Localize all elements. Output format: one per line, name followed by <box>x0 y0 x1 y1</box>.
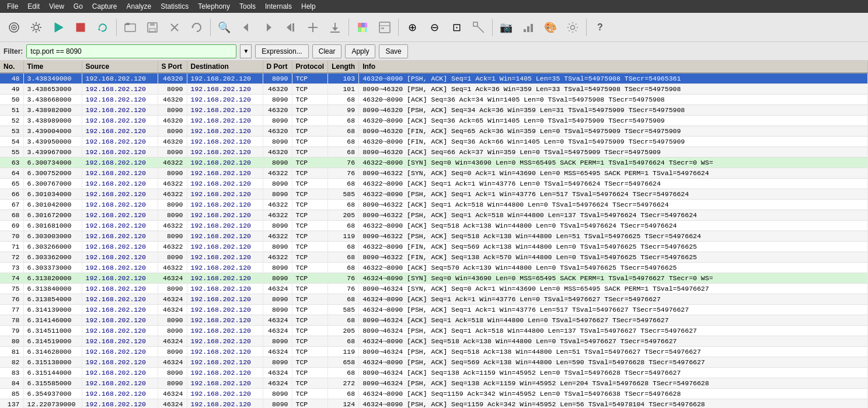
table-row[interactable]: 746.313820000192.168.202.12046324192.168… <box>0 273 868 284</box>
apply-btn[interactable]: Apply <box>345 44 375 58</box>
normal-size-btn[interactable]: ⊡ <box>446 17 467 38</box>
mark-btn[interactable] <box>302 17 323 38</box>
table-row[interactable]: 836.315144000192.168.202.1208090192.168.… <box>0 368 868 378</box>
table-row[interactable]: 826.315138000192.168.202.12046324192.168… <box>0 357 868 368</box>
help-btn[interactable]: ? <box>590 17 611 38</box>
table-row[interactable]: 666.301034000192.168.202.12046322192.168… <box>0 189 868 200</box>
reload-btn[interactable] <box>186 17 207 38</box>
cell-sport: 46324 <box>158 399 187 409</box>
col-no[interactable]: No. <box>0 61 23 73</box>
menu-internals[interactable]: Internals <box>260 1 297 12</box>
options-btn[interactable] <box>26 17 47 38</box>
table-row[interactable]: 786.314146000192.168.202.1208090192.168.… <box>0 315 868 326</box>
table-row[interactable]: 846.315585000192.168.202.1208090192.168.… <box>0 378 868 389</box>
fit-btn[interactable] <box>468 17 489 38</box>
cell-sport: 46322 <box>158 242 187 252</box>
cell-no: 84 <box>0 378 23 389</box>
table-row[interactable]: 513.438982000192.168.202.1208090192.168.… <box>0 105 868 116</box>
menu-file[interactable]: File <box>2 1 23 12</box>
table-row[interactable]: 533.439004000192.168.202.1208090192.168.… <box>0 126 868 137</box>
zoom-in-btn[interactable]: ⊕ <box>402 17 423 38</box>
cell-no: 66 <box>0 189 23 200</box>
menu-help[interactable]: Help <box>297 1 320 12</box>
zoom-out-btn[interactable]: ⊖ <box>424 17 445 38</box>
graph-btn[interactable] <box>518 17 539 38</box>
start-btn[interactable] <box>48 17 69 38</box>
table-row[interactable]: 706.303003000192.168.202.1208090192.168.… <box>0 231 868 242</box>
col-info[interactable]: Info <box>359 61 868 73</box>
menu-edit[interactable]: Edit <box>23 1 44 12</box>
table-row[interactable]: 503.438668000192.168.202.12046320192.168… <box>0 95 868 105</box>
prevmark-btn[interactable] <box>280 17 301 38</box>
table-row[interactable]: 776.314139000192.168.202.12046324192.168… <box>0 305 868 315</box>
table-row[interactable]: 806.314519000192.168.202.12046324192.168… <box>0 336 868 347</box>
col-sport[interactable]: S Port <box>158 61 187 73</box>
table-row[interactable]: 726.303362000192.168.202.1208090192.168.… <box>0 252 868 263</box>
down-btn[interactable] <box>325 17 346 38</box>
cell-sport: 46322 <box>158 189 187 200</box>
expression-btn[interactable]: Expression... <box>255 44 308 58</box>
cell-sport: 8090 <box>158 315 187 326</box>
col-source[interactable]: Source <box>82 61 158 73</box>
filter-dropdown-btn[interactable]: ▼ <box>240 44 252 58</box>
clear-btn[interactable]: Clear <box>312 44 342 58</box>
table-row[interactable]: 523.438989000192.168.202.12046320192.168… <box>0 116 868 126</box>
col-protocol[interactable]: Protocol <box>292 61 328 73</box>
table-row[interactable]: 483.438349000192.168.202.12046320192.168… <box>0 73 868 84</box>
col-time[interactable]: Time <box>23 61 82 73</box>
table-row[interactable]: 716.303266000192.168.202.12046322192.168… <box>0 242 868 252</box>
next-btn[interactable] <box>258 17 279 38</box>
col-destination[interactable]: Destination <box>187 61 263 73</box>
table-row[interactable]: 646.300752000192.168.202.1208090192.168.… <box>0 168 868 179</box>
colorize-btn[interactable] <box>352 17 373 38</box>
col-length[interactable]: Length <box>328 61 359 73</box>
table-row[interactable]: 756.313840000192.168.202.1208090192.168.… <box>0 284 868 294</box>
close-btn[interactable] <box>164 17 185 38</box>
screenshots-btn[interactable]: 📷 <box>496 17 517 38</box>
table-row[interactable]: 636.300734000192.168.202.12046322192.168… <box>0 158 868 168</box>
table-row[interactable]: 553.439967000192.168.202.1208090192.168.… <box>0 147 868 158</box>
cell-info: 46322→8090 [FIN, ACK] Seq=569 Ack=138 Wi… <box>359 242 868 252</box>
stop-btn[interactable] <box>70 17 91 38</box>
table-row[interactable]: 796.314511000192.168.202.1208090192.168.… <box>0 326 868 336</box>
prefs-btn[interactable] <box>562 17 583 38</box>
svg-rect-25 <box>358 23 361 27</box>
menu-statistics[interactable]: Statistics <box>156 1 193 12</box>
save-filter-btn[interactable]: Save <box>379 44 407 58</box>
decode-btn[interactable] <box>374 17 395 38</box>
filterbar: Filter: ▼ Expression... Clear Apply Save <box>0 42 868 61</box>
cell-len: 76 <box>328 273 359 284</box>
menu-telephony[interactable]: Telephony <box>193 1 235 12</box>
filter-input[interactable] <box>26 44 236 58</box>
table-row[interactable]: 856.354937000192.168.202.12046324192.168… <box>0 389 868 399</box>
cell-no: 70 <box>0 231 23 242</box>
table-row[interactable]: 543.439950000192.168.202.12046320192.168… <box>0 137 868 147</box>
open-btn[interactable] <box>120 17 141 38</box>
table-row[interactable]: 696.301681000192.168.202.12046322192.168… <box>0 221 868 231</box>
menu-capture[interactable]: Capture <box>88 1 122 12</box>
cell-sport: 46324 <box>158 273 187 284</box>
table-row[interactable]: 686.301672000192.168.202.1208090192.168.… <box>0 210 868 221</box>
restart-btn[interactable] <box>92 17 113 38</box>
menu-tools[interactable]: Tools <box>235 1 260 12</box>
table-row[interactable]: 656.300767000192.168.202.12046322192.168… <box>0 179 868 189</box>
table-row[interactable]: 493.438653000192.168.202.1208090192.168.… <box>0 84 868 95</box>
table-row[interactable]: 13712.220739000192.168.202.12046324192.1… <box>0 399 868 409</box>
col-dport[interactable]: D Port <box>263 61 292 73</box>
coloring-btn[interactable]: 🎨 <box>540 17 561 38</box>
sep4 <box>398 19 399 36</box>
menu-view[interactable]: View <box>44 1 69 12</box>
save-btn[interactable] <box>142 17 163 38</box>
find-btn[interactable]: 🔍 <box>214 17 235 38</box>
interfaces-btn[interactable] <box>4 17 25 38</box>
menu-analyze[interactable]: Analyze <box>122 1 156 12</box>
cell-len: 119 <box>328 347 359 357</box>
table-row[interactable]: 676.301042000192.168.202.1208090192.168.… <box>0 200 868 210</box>
menu-go[interactable]: Go <box>69 1 88 12</box>
prev-btn[interactable] <box>236 17 257 38</box>
table-row[interactable]: 766.313854000192.168.202.12046324192.168… <box>0 294 868 305</box>
cell-info: 46320→8090 [FIN, ACK] Seq=36 Ack=66 Win=… <box>359 137 868 147</box>
table-row[interactable]: 816.314628000192.168.202.1208090192.168.… <box>0 347 868 357</box>
cell-dst: 192.168.202.120 <box>187 242 263 252</box>
table-row[interactable]: 736.303373000192.168.202.12046322192.168… <box>0 263 868 273</box>
